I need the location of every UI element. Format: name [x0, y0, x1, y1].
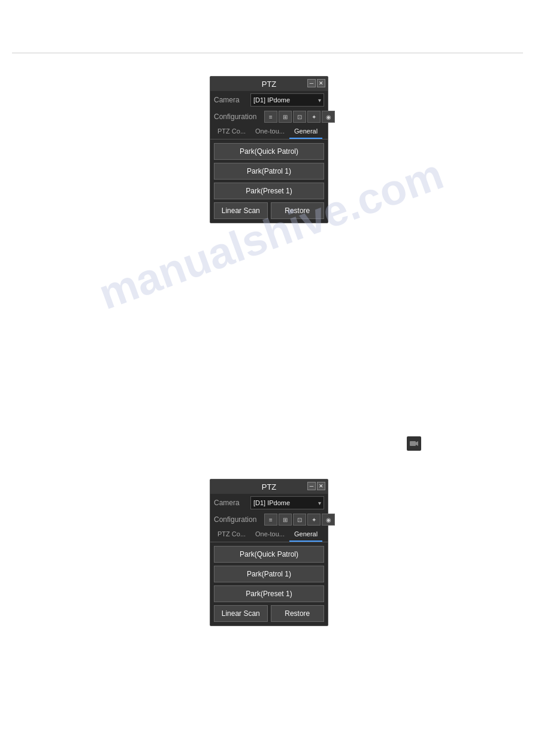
dropdown-arrow-2: ▾	[318, 500, 321, 506]
config-icon-sun-2[interactable]: ✦	[307, 514, 321, 526]
park-quick-patrol-btn-1[interactable]: Park(Quick Patrol)	[214, 143, 324, 160]
park-patrol1-btn-1[interactable]: Park(Patrol 1)	[214, 163, 324, 180]
config-icon-box-2[interactable]: ⊡	[293, 514, 306, 526]
camera-dropdown-1[interactable]: [D1] IPdome ▾	[250, 93, 324, 107]
tab-general-1[interactable]: General	[289, 125, 322, 139]
restore-btn-2[interactable]: Restore	[271, 605, 325, 622]
linear-scan-btn-2[interactable]: Linear Scan	[214, 605, 268, 622]
camera-icon-area	[407, 436, 421, 451]
park-quick-patrol-btn-2[interactable]: Park(Quick Patrol)	[214, 546, 324, 563]
ptz-titlebar-1: PTZ ─ ✕	[210, 77, 328, 91]
camera-value-2: [D1] IPdome	[253, 499, 290, 506]
park-preset1-btn-2[interactable]: Park(Preset 1)	[214, 585, 324, 602]
linear-scan-btn-1[interactable]: Linear Scan	[214, 202, 268, 219]
camera-value-1: [D1] IPdome	[253, 96, 290, 104]
tab-ptz-control-2[interactable]: PTZ Co...	[213, 527, 250, 542]
config-row-1: Configuration ≡ ⊞ ⊡ ✦ ◉	[210, 109, 328, 125]
camera-icon	[407, 436, 421, 451]
ptz-title-2: PTZ	[262, 482, 277, 491]
tab-one-touch-1[interactable]: One-tou...	[250, 125, 289, 139]
bottom-btn-row-1: Linear Scan Restore	[214, 202, 324, 219]
park-preset1-btn-1[interactable]: Park(Preset 1)	[214, 183, 324, 199]
tab-one-touch-2[interactable]: One-tou...	[250, 527, 289, 542]
close-button-2[interactable]: ✕	[317, 482, 325, 490]
ptz-title-1: PTZ	[262, 80, 277, 89]
svg-marker-1	[416, 441, 418, 446]
config-icons-2: ≡ ⊞ ⊡ ✦ ◉	[264, 514, 335, 526]
config-icon-sun-1[interactable]: ✦	[307, 111, 321, 123]
tab-general-2[interactable]: General	[289, 527, 322, 542]
tab-ptz-control-1[interactable]: PTZ Co...	[213, 125, 250, 139]
camera-row-2: Camera [D1] IPdome ▾	[210, 494, 328, 512]
config-icon-list-1[interactable]: ≡	[264, 111, 277, 123]
config-icon-grid-1[interactable]: ⊞	[279, 111, 292, 123]
camera-label-1: Camera	[214, 96, 247, 104]
camera-dropdown-2[interactable]: [D1] IPdome ▾	[250, 496, 324, 509]
ptz-titlebar-2: PTZ ─ ✕	[210, 479, 328, 494]
camera-label-2: Camera	[214, 499, 247, 507]
config-icon-circle-2[interactable]: ◉	[322, 514, 335, 526]
ptz-panel-1: PTZ ─ ✕ Camera [D1] IPdome ▾ Configurati…	[210, 76, 328, 223]
camera-row-1: Camera [D1] IPdome ▾	[210, 91, 328, 109]
config-icon-grid-2[interactable]: ⊞	[279, 514, 292, 526]
minimize-button-1[interactable]: ─	[307, 79, 316, 87]
svg-rect-0	[410, 441, 416, 446]
ptz-window-controls-1: ─ ✕	[307, 79, 325, 87]
ptz-content-2: Park(Quick Patrol) Park(Patrol 1) Park(P…	[210, 542, 328, 626]
ptz-content-1: Park(Quick Patrol) Park(Patrol 1) Park(P…	[210, 139, 328, 223]
ptz-tabs-1: PTZ Co... One-tou... General	[210, 125, 328, 139]
minimize-button-2[interactable]: ─	[307, 482, 316, 490]
config-row-2: Configuration ≡ ⊞ ⊡ ✦ ◉	[210, 512, 328, 527]
restore-btn-1[interactable]: Restore	[271, 202, 325, 219]
park-patrol1-btn-2[interactable]: Park(Patrol 1)	[214, 566, 324, 582]
page-divider	[12, 53, 523, 53]
config-icon-circle-1[interactable]: ◉	[322, 111, 335, 123]
ptz-window-controls-2: ─ ✕	[307, 482, 325, 490]
config-label-1: Configuration	[214, 113, 262, 121]
ptz-tabs-2: PTZ Co... One-tou... General	[210, 527, 328, 542]
config-label-2: Configuration	[214, 515, 262, 524]
close-button-1[interactable]: ✕	[317, 79, 325, 87]
bottom-btn-row-2: Linear Scan Restore	[214, 605, 324, 622]
ptz-panel-2: PTZ ─ ✕ Camera [D1] IPdome ▾ Configurati…	[210, 479, 328, 626]
config-icon-box-1[interactable]: ⊡	[293, 111, 306, 123]
config-icons-1: ≡ ⊞ ⊡ ✦ ◉	[264, 111, 335, 123]
config-icon-list-2[interactable]: ≡	[264, 514, 277, 526]
dropdown-arrow-1: ▾	[318, 97, 321, 104]
